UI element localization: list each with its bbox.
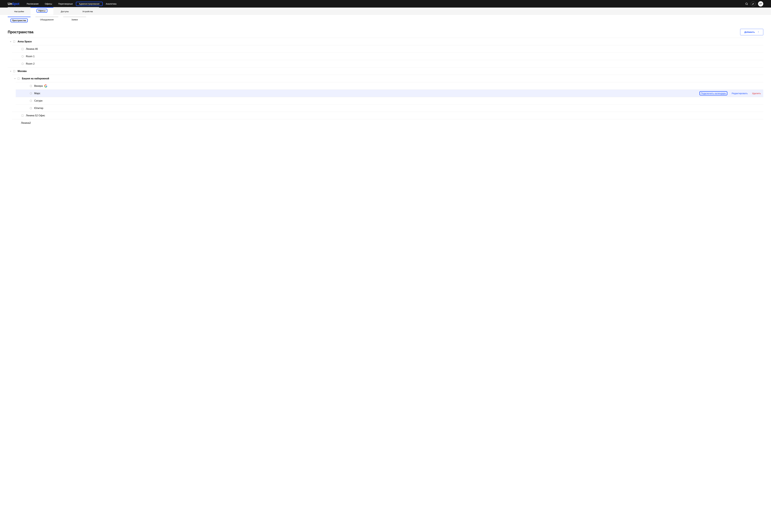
svg-rect-7	[22, 48, 23, 50]
topbar-left: UnSpot Расписание Офисы Переговорные Адм…	[8, 2, 119, 6]
room-icon	[30, 100, 32, 102]
page-header: Пространства Добавить	[0, 22, 771, 38]
connect-calendar-button[interactable]: Подключить календарь	[699, 91, 727, 95]
nav-links: Расписание Офисы Переговорные Администри…	[24, 2, 119, 6]
tree-label: Москва	[18, 70, 27, 73]
building-icon	[21, 48, 24, 50]
tree-label: Anna Space	[18, 40, 32, 43]
tree-node-moscow[interactable]: Москва	[8, 67, 763, 75]
tab-devices-label: Устройства	[82, 10, 93, 13]
tree-node-mars[interactable]: Марс Подключить календарь Редактировать …	[16, 90, 763, 97]
chevron-down-icon[interactable]	[10, 41, 12, 43]
settings-icon[interactable]	[751, 1, 756, 6]
delete-button[interactable]: Удалить	[752, 92, 761, 95]
logo-part1: Un	[8, 2, 12, 6]
nav-offices[interactable]: Офисы	[42, 2, 55, 6]
tab-offices-label: Офисы	[37, 9, 47, 13]
nav-meeting-rooms[interactable]: Переговорные	[55, 2, 76, 6]
tree-node-lenina2[interactable]: Ленина2	[12, 119, 763, 127]
tree-label: Марс	[34, 92, 40, 95]
tab-requests[interactable]: Заявки	[63, 17, 86, 21]
search-icon[interactable]	[745, 2, 748, 5]
nav-analytics[interactable]: Аналитика	[103, 2, 119, 6]
tree-node-jupiter[interactable]: Юпитер	[16, 104, 763, 112]
tree-label: Ленина2	[21, 122, 31, 124]
logo-part2: Spot	[12, 2, 19, 6]
row-actions: Подключить календарь Редактировать Удали…	[699, 91, 763, 95]
tree-node-tower[interactable]: Башня на набережной	[12, 75, 763, 82]
tab-equipment[interactable]: Оборудование	[35, 17, 58, 21]
svg-line-1	[747, 4, 748, 5]
add-button[interactable]: Добавить	[740, 29, 763, 35]
building-icon	[13, 40, 15, 43]
chevron-right-icon	[758, 31, 759, 33]
tree-label: Room 1	[26, 55, 35, 58]
logo[interactable]: UnSpot	[8, 2, 19, 6]
chevron-down-icon[interactable]	[10, 70, 12, 72]
chevron-down-icon[interactable]	[14, 78, 16, 80]
room-icon	[21, 55, 24, 58]
topbar-right: UIT	[745, 1, 763, 6]
svg-point-0	[746, 3, 747, 5]
tree-label: Room 2	[26, 62, 35, 65]
tab-requests-label: Заявки	[71, 18, 78, 21]
subtabs-primary: Настройки Офисы Доступы Устройства	[0, 8, 771, 15]
tree-label: Ленина 52 Офис	[26, 114, 45, 117]
tree-node-venus[interactable]: Венера	[16, 82, 763, 90]
tree-label: Ленина 46	[26, 48, 38, 50]
edit-button[interactable]: Редактировать	[732, 92, 748, 95]
tree-label: Башня на набережной	[22, 77, 49, 80]
tree-node-lenina52[interactable]: Ленина 52 Офис	[12, 112, 763, 119]
svg-rect-16	[22, 115, 23, 117]
avatar[interactable]: UIT	[758, 1, 763, 6]
add-button-label: Добавить	[744, 31, 755, 33]
spaces-tree: Anna Space Ленина 46 Room 1 Room 2 Москв…	[0, 38, 771, 133]
tree-node-anna-space[interactable]: Anna Space	[8, 38, 763, 45]
room-icon	[21, 63, 24, 65]
tab-access[interactable]: Доступы	[53, 8, 76, 15]
topbar: UnSpot Расписание Офисы Переговорные Адм…	[0, 0, 771, 8]
svg-rect-10	[13, 70, 15, 72]
building-icon	[13, 70, 15, 72]
google-icon	[44, 84, 47, 88]
subtabs-secondary: Пространства Оборудование Заявки	[0, 17, 771, 22]
room-icon	[30, 92, 32, 95]
page-title: Пространства	[8, 30, 33, 34]
tab-offices[interactable]: Офисы	[31, 8, 53, 15]
tree-node-room1[interactable]: Room 1	[12, 53, 763, 60]
tab-spaces[interactable]: Пространства	[8, 17, 31, 22]
tree-label: Венера	[34, 85, 43, 87]
svg-rect-11	[18, 78, 19, 80]
tab-settings-label: Настройки	[14, 10, 24, 13]
nav-administration[interactable]: Администрирование	[76, 2, 103, 6]
tab-equipment-label: Оборудование	[40, 18, 54, 21]
tab-access-label: Доступы	[61, 10, 69, 13]
tab-devices[interactable]: Устройства	[76, 8, 99, 15]
tree-label: Юпитер	[34, 107, 43, 110]
tree-node-room2[interactable]: Room 2	[12, 60, 763, 67]
tree-node-lenina46[interactable]: Ленина 46	[12, 45, 763, 53]
svg-rect-2	[13, 41, 15, 43]
room-icon	[30, 107, 32, 109]
tab-settings[interactable]: Настройки	[8, 8, 31, 15]
nav-schedule[interactable]: Расписание	[24, 2, 42, 6]
tree-label: Сатурн	[34, 99, 42, 102]
building-icon	[21, 114, 24, 117]
tree-node-saturn[interactable]: Сатурн	[16, 97, 763, 104]
building-icon	[17, 77, 20, 80]
tab-spaces-label: Пространства	[10, 18, 28, 22]
room-icon	[30, 85, 32, 87]
